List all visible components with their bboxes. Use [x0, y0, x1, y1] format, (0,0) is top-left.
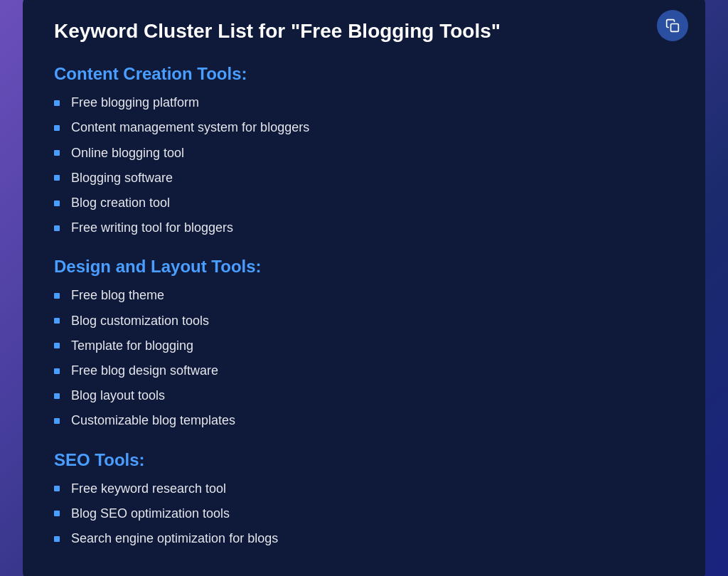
list-item: Free writing tool for bloggers	[54, 219, 674, 237]
section-content-creation: Content Creation Tools:Free blogging pla…	[54, 64, 674, 237]
section-title-content-creation: Content Creation Tools:	[54, 64, 674, 84]
item-list-design-layout: Free blog themeBlog customization toolsT…	[54, 287, 674, 430]
list-item: Blog customization tools	[54, 312, 674, 330]
list-item-text: Free writing tool for bloggers	[71, 219, 233, 237]
list-item-text: Blog customization tools	[71, 312, 209, 330]
section-title-seo-tools: SEO Tools:	[54, 450, 674, 470]
list-item-text: Online blogging tool	[71, 144, 184, 162]
bullet-icon	[54, 318, 60, 324]
list-item-text: Customizable blog templates	[71, 412, 235, 430]
list-item-text: Free blog theme	[71, 287, 164, 304]
bullet-icon	[54, 368, 60, 374]
list-item: Customizable blog templates	[54, 412, 674, 430]
list-item: Blogging software	[54, 169, 674, 187]
bullet-icon	[54, 150, 60, 156]
bullet-icon	[54, 201, 60, 206]
list-item-text: Free blogging platform	[71, 94, 199, 112]
section-title-design-layout: Design and Layout Tools:	[54, 257, 674, 277]
list-item-text: Blog creation tool	[71, 194, 170, 212]
bullet-icon	[54, 418, 60, 424]
main-title: Keyword Cluster List for "Free Blogging …	[54, 18, 674, 44]
bullet-icon	[54, 343, 60, 348]
list-item: Blog SEO optimization tools	[54, 505, 674, 523]
list-item: Content management system for bloggers	[54, 119, 674, 137]
bullet-icon	[54, 511, 60, 516]
list-item-text: Content management system for bloggers	[71, 119, 309, 137]
list-item: Free blogging platform	[54, 94, 674, 112]
list-item-text: Blogging software	[71, 169, 173, 187]
list-item-text: Free keyword research tool	[71, 480, 226, 498]
list-item-text: Blog layout tools	[71, 387, 165, 405]
list-item: Free keyword research tool	[54, 480, 674, 498]
list-item: Free blog theme	[54, 287, 674, 304]
section-design-layout: Design and Layout Tools:Free blog themeB…	[54, 257, 674, 430]
list-item: Blog layout tools	[54, 387, 674, 405]
bullet-icon	[54, 225, 60, 231]
list-item-text: Free blog design software	[71, 362, 218, 380]
list-item: Template for blogging	[54, 337, 674, 355]
list-item: Online blogging tool	[54, 144, 674, 162]
list-item-text: Search engine optimization for blogs	[71, 530, 278, 548]
copy-button[interactable]	[657, 10, 688, 41]
section-seo-tools: SEO Tools:Free keyword research toolBlog…	[54, 450, 674, 548]
item-list-seo-tools: Free keyword research toolBlog SEO optim…	[54, 480, 674, 548]
bullet-icon	[54, 293, 60, 299]
keyword-cluster-card: Keyword Cluster List for "Free Blogging …	[23, 0, 705, 576]
bullet-icon	[54, 125, 60, 131]
bullet-icon	[54, 100, 60, 106]
svg-rect-0	[671, 23, 679, 31]
bullet-icon	[54, 536, 60, 542]
list-item: Blog creation tool	[54, 194, 674, 212]
bullet-icon	[54, 393, 60, 399]
bullet-icon	[54, 486, 60, 491]
list-item: Search engine optimization for blogs	[54, 530, 674, 548]
list-item-text: Template for blogging	[71, 337, 193, 355]
sections-container: Content Creation Tools:Free blogging pla…	[54, 64, 674, 548]
list-item: Free blog design software	[54, 362, 674, 380]
list-item-text: Blog SEO optimization tools	[71, 505, 230, 523]
bullet-icon	[54, 175, 60, 181]
item-list-content-creation: Free blogging platformContent management…	[54, 94, 674, 237]
